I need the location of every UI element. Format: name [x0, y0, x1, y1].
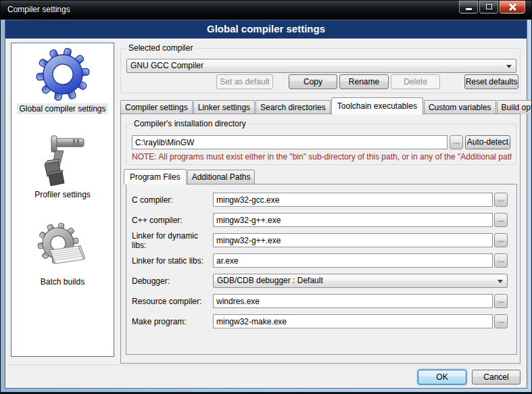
compiler-select[interactable]: GNU GCC Compiler [126, 59, 516, 73]
field-row-dynamic-linker: Linker for dynamic libs: ... [132, 233, 508, 247]
titlebar[interactable]: Compiler settings [1, 1, 531, 20]
dialog-body: Global compiler settings [5, 20, 527, 389]
reset-defaults-button[interactable]: Reset defaults [464, 74, 518, 89]
window-title: Compiler settings [7, 1, 70, 18]
ok-button[interactable]: OK [418, 370, 466, 385]
field-label: Make program: [132, 317, 213, 326]
rename-button[interactable]: Rename [339, 74, 389, 89]
tab-toolchain-executables[interactable]: Toolchain executables [331, 97, 423, 115]
window-controls [459, 1, 525, 14]
browse-directory-button[interactable]: ... [450, 135, 463, 149]
debugger-select-value: GDB/CDB debugger : Default [217, 276, 323, 285]
close-button[interactable] [500, 1, 525, 14]
compiler-actions: Set as default Copy Rename Delete Reset … [121, 74, 520, 89]
tab-compiler-settings[interactable]: Compiler settings [120, 100, 193, 114]
sidebar-item-label: Global compiler settings [17, 103, 107, 114]
copy-button[interactable]: Copy [289, 74, 337, 89]
field-row-static-linker: Linker for static libs: ... [132, 253, 508, 268]
tab-search-directories[interactable]: Search directories [256, 100, 331, 114]
footer-divider [7, 365, 525, 366]
selected-compiler-group-label: Selected compiler [126, 43, 195, 53]
settings-category-list: Global compiler settings [11, 43, 114, 357]
blue-gear-icon [34, 47, 91, 101]
installation-directory-input[interactable] [132, 135, 448, 149]
minimize-button[interactable] [459, 1, 478, 14]
settings-tabbar: Compiler settings Linker settings Search… [120, 97, 521, 114]
program-files-panel: C compiler: ... C++ compiler: ... Linker… [126, 184, 517, 355]
field-row-make-program: Make program: ... [132, 314, 508, 328]
set-as-default-button[interactable]: Set as default [216, 74, 273, 89]
minimize-icon [466, 8, 472, 10]
field-row-c-compiler: C compiler: ... [132, 193, 508, 207]
auto-detect-button[interactable]: Auto-detect [465, 135, 510, 149]
installation-directory-group-label: Compiler's installation directory [132, 119, 248, 128]
static-linker-input[interactable] [213, 253, 493, 268]
field-row-debugger: Debugger: GDB/CDB debugger : Default [132, 274, 508, 288]
toolchain-executables-page: Compiler's installation directory ... Au… [120, 114, 521, 364]
compiler-settings-window: Compiler settings Global compiler settin… [0, 0, 532, 394]
dynamic-linker-input[interactable] [213, 233, 493, 247]
close-icon [509, 3, 516, 11]
field-label: Resource compiler: [132, 297, 213, 306]
program-files-tabbar: Program Files Additional Paths [124, 170, 520, 184]
sidebar-item-label: Batch builds [39, 276, 87, 287]
field-label: C compiler: [132, 195, 213, 205]
field-row-cpp-compiler: C++ compiler: ... [132, 213, 508, 227]
maximize-icon [486, 4, 492, 9]
make-program-input[interactable] [213, 314, 493, 328]
tab-program-files[interactable]: Program Files [124, 169, 187, 184]
tab-linker-settings[interactable]: Linker settings [193, 100, 255, 114]
maximize-button[interactable] [479, 1, 498, 14]
field-label: Debugger: [132, 276, 213, 286]
browse-cpp-compiler-button[interactable]: ... [494, 213, 508, 227]
installation-directory-group: Compiler's installation directory ... Au… [126, 124, 516, 165]
field-label: Linker for dynamic libs: [132, 231, 213, 250]
browse-static-linker-button[interactable]: ... [494, 253, 508, 268]
sidebar-item-label: Profiler settings [32, 189, 93, 200]
field-label: Linker for static libs: [132, 256, 213, 266]
cpp-compiler-input[interactable] [213, 213, 493, 227]
debugger-select[interactable]: GDB/CDB debugger : Default [213, 274, 508, 288]
c-compiler-input[interactable] [213, 193, 493, 207]
browse-make-program-button[interactable]: ... [494, 314, 508, 328]
browse-dynamic-linker-button[interactable]: ... [494, 233, 508, 247]
tab-custom-variables[interactable]: Custom variables [424, 100, 496, 114]
compiler-select-value: GNU GCC Compiler [130, 61, 203, 70]
bin-subdirectory-note: NOTE: All programs must exist either in … [132, 152, 512, 162]
delete-button[interactable]: Delete [391, 74, 440, 89]
browse-resource-compiler-button[interactable]: ... [494, 294, 508, 308]
field-label: C++ compiler: [132, 216, 213, 225]
sidebar-item-profiler-settings[interactable]: Profiler settings [11, 133, 114, 200]
caliper-icon [34, 133, 91, 187]
gray-gear-papers-icon [34, 220, 91, 274]
installation-directory-row: ... Auto-detect [132, 135, 510, 149]
tab-build-options[interactable]: Build options [497, 100, 532, 114]
selected-compiler-group: Selected compiler GNU GCC Compiler Set a… [120, 48, 521, 93]
main-panel: Selected compiler GNU GCC Compiler Set a… [120, 20, 521, 389]
cancel-button[interactable]: Cancel [472, 370, 521, 385]
field-row-resource-compiler: Resource compiler: ... [132, 294, 508, 308]
resource-compiler-input[interactable] [213, 294, 493, 308]
chevron-down-icon [498, 280, 503, 283]
tab-additional-paths[interactable]: Additional Paths [187, 170, 256, 184]
sidebar-item-batch-builds[interactable]: Batch builds [11, 220, 114, 287]
browse-c-compiler-button[interactable]: ... [494, 193, 508, 207]
chevron-down-icon [506, 65, 512, 68]
sidebar-item-global-compiler-settings[interactable]: Global compiler settings [11, 47, 114, 114]
